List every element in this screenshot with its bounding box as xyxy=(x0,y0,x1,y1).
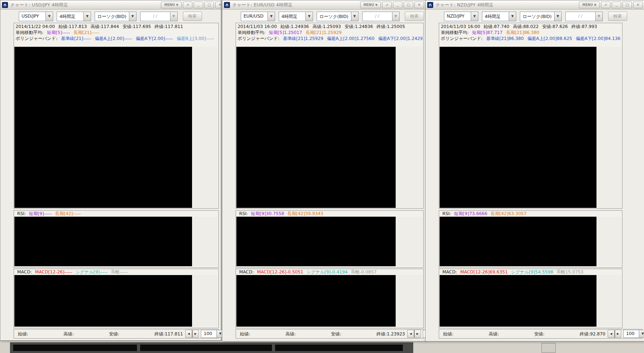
macd-axis xyxy=(192,275,218,327)
timeframe-select[interactable]: 4時間足▼ xyxy=(482,12,516,21)
close-button[interactable]: ✕ xyxy=(414,2,424,8)
bottom-bar: 始値: 高値: 安値: 終値:117.811 ◀▶ 100▼ ＋ － xyxy=(14,329,219,339)
titlebar[interactable]: ∩ チャート: NZD/JPY 4時間足 MENU ▼ ↗ _ □ ✕ xyxy=(426,0,644,10)
sma-info: 単純移動平均:短期[5]-----長期[21]----- xyxy=(16,30,218,36)
bar-count-select[interactable]: 100▼ xyxy=(201,330,224,338)
scrollbar-thumb[interactable] xyxy=(192,330,193,337)
scroll-left-button[interactable]: ◀ xyxy=(408,330,414,337)
sma-info: 単純移動平均:短期[5]87.717長期[21]86.380 xyxy=(441,30,621,36)
minimize-button[interactable]: _ xyxy=(612,2,621,8)
x-axis xyxy=(440,41,622,46)
date-input[interactable]: / /▼ xyxy=(140,12,178,21)
popout-icon[interactable]: ↗ xyxy=(183,2,192,8)
charttype-select[interactable]: ローソク(BID)▼ xyxy=(317,12,359,21)
search-button[interactable]: 検索 xyxy=(608,12,627,21)
titlebar-buttons: MENU ▼ ↗ _ □ ✕ xyxy=(360,2,424,8)
popout-icon[interactable]: ↗ xyxy=(601,2,610,8)
scroll-left-button[interactable]: ◀ xyxy=(186,330,192,337)
app-logo-icon: ∩ xyxy=(2,2,8,8)
bottom-high-label: 高値: xyxy=(485,331,530,337)
ohlc-info: 2014/11/03 16:00始値:87.740高値:88.022安値:87.… xyxy=(441,24,621,30)
bottom-low-label: 安値: xyxy=(105,331,151,337)
macd-chart-canvas[interactable] xyxy=(236,275,396,327)
charttype-select[interactable]: ローソク(BID)▼ xyxy=(95,12,137,21)
chevron-down-icon: ▼ xyxy=(595,12,602,21)
titlebar[interactable]: ∩ チャート: EUR/USD 4時間足 MENU ▼ ↗ _ □ ✕ xyxy=(222,0,426,10)
window-title: チャート: NZD/JPY 4時間足 xyxy=(436,2,577,8)
window-title: チャート: USD/JPY 4時間足 xyxy=(10,2,159,8)
search-button[interactable]: 検索 xyxy=(405,12,424,21)
chevron-down-icon: ▼ xyxy=(129,12,136,21)
timeframe-select[interactable]: 4時間足▼ xyxy=(279,12,313,21)
date-input[interactable]: / /▼ xyxy=(565,12,603,21)
chevron-down-icon: ▼ xyxy=(170,12,177,21)
rsi-chart-canvas[interactable] xyxy=(440,217,596,266)
chart-window: ∩ チャート: EUR/USD 4時間足 MENU ▼ ↗ _ □ ✕ EUR/… xyxy=(222,0,426,341)
date-input[interactable]: / /▼ xyxy=(362,12,400,21)
pair-select[interactable]: USD/JPY▼ xyxy=(19,12,53,21)
chevron-down-icon: ▼ xyxy=(83,12,91,21)
close-button[interactable]: ✕ xyxy=(633,2,643,8)
toolbar: NZD/JPY▼ 4時間足▼ ローソク(BID)▼ / /▼ 検索 xyxy=(426,10,644,23)
menu-button[interactable]: MENU ▼ xyxy=(360,2,381,8)
rsi-panel: RSI:短期[9]-----長期[42]----- xyxy=(14,210,219,268)
bottom-low-label: 安値: xyxy=(530,331,576,337)
rsi-chart-canvas[interactable] xyxy=(236,217,396,266)
macd-axis xyxy=(596,275,622,327)
bottom-bar: 始値: 高値: 安値: 終値:92.870 ◀▶ 100▼ ＋ － xyxy=(439,329,642,339)
bollinger-info: ボリンジャーバンド:基準線[21]-----偏差A上[2.00]-----偏差A… xyxy=(16,36,218,42)
rsi-chart-canvas[interactable] xyxy=(14,217,192,266)
rsi-axis xyxy=(192,217,218,266)
bar-datetime: 2014/11/22 04:00 xyxy=(16,24,55,29)
search-button[interactable]: 検索 xyxy=(183,12,202,21)
macd-chart-canvas[interactable] xyxy=(14,275,192,327)
h-scrollbar[interactable]: ◀▶ xyxy=(407,330,421,338)
scroll-left-button[interactable]: ◀ xyxy=(608,330,614,337)
titlebar[interactable]: ∩ チャート: USD/JPY 4時間足 MENU ▼ ↗ _ □ ✕ xyxy=(0,0,221,10)
maximize-button[interactable]: □ xyxy=(404,2,413,8)
app-logo-icon: ∩ xyxy=(224,2,230,8)
bottom-low-label: 安値: xyxy=(327,331,373,337)
menu-button[interactable]: MENU ▼ xyxy=(161,2,182,8)
bar-low: 安値:1.24836 xyxy=(345,24,373,29)
macd-chart-canvas[interactable] xyxy=(440,275,596,327)
minimize-button[interactable]: _ xyxy=(393,2,402,8)
chevron-down-icon: ▼ xyxy=(46,12,53,21)
main-chart-canvas[interactable] xyxy=(14,47,192,208)
h-scrollbar[interactable]: ◀▶ xyxy=(608,330,621,338)
bollinger-info: ボリンジャーバンド:基準線[21]1.25929偏差A上[2.00]1.2756… xyxy=(238,36,422,42)
bar-high: 高値:88.022 xyxy=(513,24,539,29)
close-button[interactable]: ✕ xyxy=(215,2,221,8)
bottom-open-label: 始値: xyxy=(14,331,59,337)
main-chart-region: 2014/11/03 16:00始値:87.740高値:88.022安値:87.… xyxy=(439,23,622,209)
chevron-down-icon: ▼ xyxy=(471,12,478,21)
bottom-close-value: 終値:92.870 xyxy=(576,331,605,337)
toolbar: USD/JPY▼ 4時間足▼ ローソク(BID)▼ / /▼ 検索 xyxy=(0,10,221,23)
bar-low: 安値:87.626 xyxy=(542,24,568,29)
scrollbar-thumb[interactable] xyxy=(614,330,615,337)
maximize-button[interactable]: □ xyxy=(622,2,632,8)
scrollbar-thumb[interactable] xyxy=(414,330,415,337)
pair-select[interactable]: EUR/USD▼ xyxy=(241,12,275,21)
scroll-right-button[interactable]: ▶ xyxy=(192,330,198,337)
rsi-axis xyxy=(596,217,622,266)
main-chart-canvas[interactable] xyxy=(236,47,396,208)
pair-select[interactable]: NZD/JPY▼ xyxy=(444,12,478,21)
bar-count-select[interactable]: 100▼ xyxy=(623,330,644,338)
menu-button[interactable]: MENU ▼ xyxy=(579,2,600,8)
bar-low: 安値:117.695 xyxy=(123,24,151,29)
maximize-button[interactable]: □ xyxy=(204,2,214,8)
scroll-right-button[interactable]: ▶ xyxy=(414,330,420,337)
chart-window: ∩ チャート: NZD/JPY 4時間足 MENU ▼ ↗ _ □ ✕ NZD/… xyxy=(425,0,644,341)
window-title: チャート: EUR/USD 4時間足 xyxy=(232,2,358,8)
charttype-select[interactable]: ローソク(BID)▼ xyxy=(520,12,562,21)
scroll-right-button[interactable]: ▶ xyxy=(614,330,621,337)
chevron-down-icon: ▼ xyxy=(268,12,275,21)
timeframe-select[interactable]: 4時間足▼ xyxy=(57,12,91,21)
bottom-close-value: 終値:1.23923 xyxy=(373,331,405,337)
popout-icon[interactable]: ↗ xyxy=(382,2,392,8)
minimize-button[interactable]: _ xyxy=(194,2,203,8)
chevron-down-icon: ▼ xyxy=(392,12,399,21)
h-scrollbar[interactable]: ◀▶ xyxy=(185,330,199,338)
main-chart-canvas[interactable] xyxy=(440,47,596,208)
